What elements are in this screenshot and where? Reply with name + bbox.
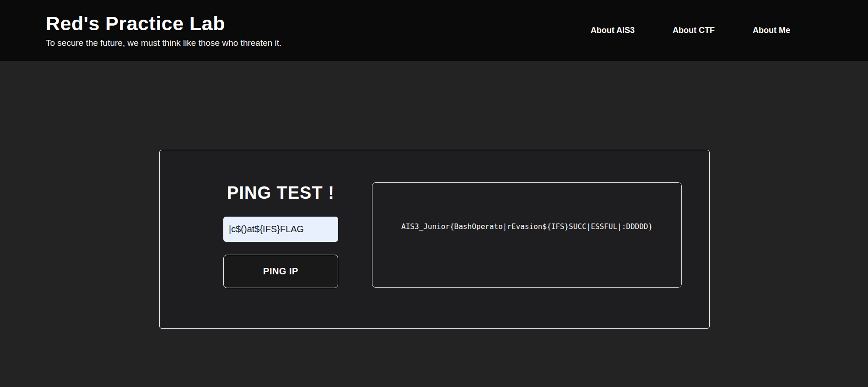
ping-output-text: AIS3_Junior{BashOperato|rEvasion${IFS}SU… [401,222,652,231]
header: Red's Practice Lab To secure the future,… [0,0,868,61]
top-nav: About AIS3 About CTF About Me [591,26,790,35]
brand: Red's Practice Lab To secure the future,… [46,13,281,48]
nav-link-about-me[interactable]: About Me [753,26,790,35]
ping-test-heading: PING TEST ! [223,183,338,203]
nav-link-about-ais3[interactable]: About AIS3 [591,26,635,35]
nav-link-about-ctf[interactable]: About CTF [673,26,715,35]
ping-ip-input[interactable] [223,217,338,242]
site-title: Red's Practice Lab [46,13,281,34]
site-subtitle: To secure the future, we must think like… [46,38,281,48]
ping-ip-button[interactable]: PING IP [223,255,338,288]
ping-test-panel: PING TEST ! PING IP AIS3_Junior{BashOper… [159,150,710,329]
ping-output-box: AIS3_Junior{BashOperato|rEvasion${IFS}SU… [372,182,682,288]
